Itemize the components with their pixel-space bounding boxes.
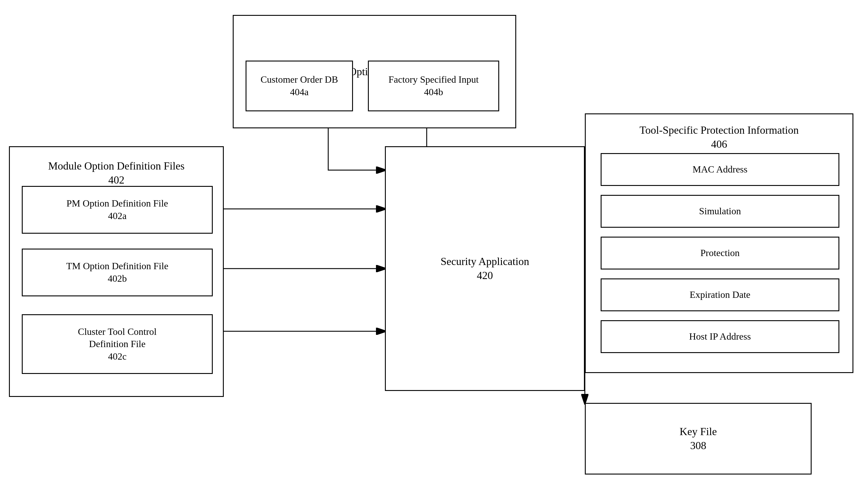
pm-option-definition-label: PM Option Definition File402a — [66, 197, 168, 222]
simulation-box: Simulation — [601, 195, 839, 228]
tool-specific-protection-label: Tool-Specific Protection Information406 — [586, 123, 852, 151]
tool-specific-protection-box: Tool-Specific Protection Information406 … — [585, 113, 853, 373]
security-application-label: Security Application420 — [441, 254, 529, 283]
simulation-label: Simulation — [699, 205, 741, 218]
tm-option-definition-box: TM Option Definition File402b — [22, 249, 213, 296]
customer-order-db-label: Customer Order DB404a — [261, 74, 338, 98]
diagram: Tool-Specific Options Specification 404 … — [0, 0, 868, 496]
cluster-tool-control-label: Cluster Tool ControlDefinition File402c — [78, 326, 157, 363]
protection-box: Protection — [601, 237, 839, 269]
factory-specified-input-label: Factory Specified Input404b — [389, 74, 478, 98]
key-file-label: Key File308 — [680, 425, 717, 453]
cluster-tool-control-box: Cluster Tool ControlDefinition File402c — [22, 314, 213, 374]
factory-specified-input-box: Factory Specified Input404b — [368, 61, 499, 111]
expiration-date-label: Expiration Date — [690, 289, 750, 301]
expiration-date-box: Expiration Date — [601, 278, 839, 311]
protection-label: Protection — [700, 247, 740, 259]
host-ip-address-label: Host IP Address — [689, 330, 751, 343]
tm-option-definition-label: TM Option Definition File402b — [66, 260, 168, 285]
key-file-box: Key File308 — [585, 403, 811, 475]
mac-address-box: MAC Address — [601, 153, 839, 186]
customer-order-db-box: Customer Order DB404a — [246, 61, 353, 111]
pm-option-definition-box: PM Option Definition File402a — [22, 186, 213, 234]
tool-specific-options-box: Tool-Specific Options Specification 404 … — [233, 15, 516, 128]
host-ip-address-box: Host IP Address — [601, 320, 839, 353]
security-application-box: Security Application420 — [385, 146, 585, 391]
mac-address-label: MAC Address — [693, 163, 747, 176]
module-option-definition-label: Module Option Definition Files402 — [10, 159, 223, 187]
module-option-definition-box: Module Option Definition Files402 PM Opt… — [9, 146, 224, 397]
